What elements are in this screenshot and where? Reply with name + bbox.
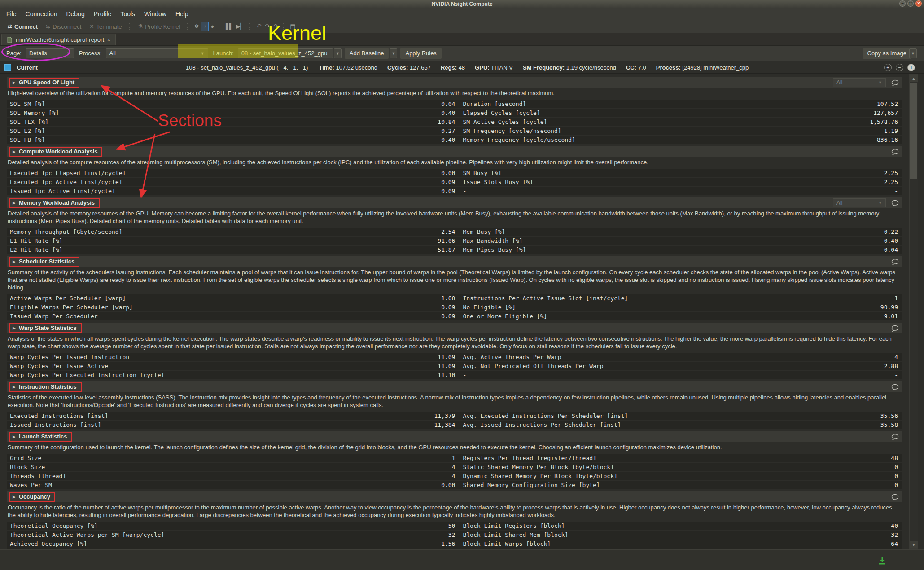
freeze-api-icon[interactable]: ❄ (192, 22, 201, 31)
metric-value: 32 (891, 531, 902, 538)
menu-profile[interactable]: Profile (89, 9, 116, 19)
metric-cell-right: Max Bandwidth [%]0.40 (459, 237, 902, 245)
metric-value: - (894, 188, 902, 194)
menu-window[interactable]: Window (140, 9, 171, 19)
section-header-compute-workload-analysis[interactable]: ▶Compute Workload Analysis (7, 146, 902, 157)
section-header-gpu-speed-of-light[interactable]: ▶GPU Speed Of LightAll▼ (7, 77, 902, 88)
expand-arrow-icon[interactable]: ▶ (13, 259, 16, 264)
table-row: SOL SM [%]0.04Duration [usecond]107.52 (7, 100, 902, 108)
comment-bubble-icon[interactable] (891, 79, 899, 86)
minimize-button[interactable]: – (899, 0, 906, 7)
metric-value: 0.04 (441, 101, 459, 107)
comment-bubble-icon[interactable] (891, 384, 899, 390)
menu-help[interactable]: Help (171, 9, 193, 19)
maximize-button[interactable]: ▢ (907, 0, 914, 7)
table-row: Executed Ipc Active [inst/cycle]0.09Issu… (7, 178, 902, 186)
toolbar: ⇄ Connect ⇆ Disconnect ✕ Terminate ⚗ Pro… (0, 20, 924, 33)
add-baseline-arrow[interactable]: ▼ (390, 48, 397, 58)
break-on-api-error-icon[interactable]: ◕ (209, 22, 216, 31)
metric-value: 0.00 (441, 170, 459, 176)
metric-name: Executed Instructions [inst] (7, 412, 108, 419)
metric-name: Elapsed Cycles [cycle] (459, 110, 540, 116)
metric-value: 48 (891, 455, 902, 461)
metric-value: 0.40 (884, 237, 902, 244)
copy-as-image-button[interactable]: Copy as Image (863, 48, 911, 59)
expand-arrow-icon[interactable]: ▶ (13, 385, 16, 389)
expand-arrow-icon[interactable]: ▶ (13, 495, 16, 499)
metric-value: 11.09 (438, 354, 459, 360)
menu-tools[interactable]: Tools (116, 9, 140, 19)
expand-arrow-icon[interactable]: ▶ (13, 434, 16, 439)
section-header-launch-statistics[interactable]: ▶Launch Statistics (7, 431, 902, 442)
apply-rules-button[interactable]: Apply Rules (400, 48, 441, 59)
section-metrics-table: Active Warps Per Scheduler [warp]1.00Ins… (7, 294, 902, 320)
comment-bubble-icon[interactable] (891, 259, 899, 265)
comment-bubble-icon[interactable] (891, 494, 899, 500)
scroll-up-button[interactable]: ▲ (910, 75, 918, 82)
close-button[interactable]: × (915, 0, 922, 7)
metric-value: 1 (894, 295, 902, 302)
annotation-sections-label: Sections (158, 111, 222, 130)
filter-value: All (836, 200, 842, 206)
copy-as-image-arrow[interactable]: ▼ (909, 48, 917, 58)
section-header-occupancy[interactable]: ▶Occupancy (7, 491, 902, 502)
comment-bubble-icon[interactable] (891, 434, 899, 440)
section-filter-select[interactable]: All▼ (833, 78, 886, 87)
metric-value: 2.88 (884, 363, 902, 369)
auto-profile-icon[interactable]: ◔ (201, 22, 209, 31)
metric-name: Grid Size (7, 455, 41, 461)
section-header-memory-workload-analysis[interactable]: ▶Memory Workload AnalysisAll▼ (7, 197, 902, 208)
report-details-page: ▶GPU Speed Of LightAll▼ High-level overv… (0, 73, 924, 550)
connect-button[interactable]: ⇄ Connect (4, 23, 42, 30)
expand-arrow-icon[interactable]: ▶ (13, 149, 16, 154)
table-row: SOL Memory [%]0.40Elapsed Cycles [cycle]… (7, 109, 902, 117)
section-header-controls (891, 325, 899, 332)
comment-bubble-icon[interactable] (891, 325, 899, 332)
section-description: Summary of the configuration used to lau… (8, 443, 901, 451)
zoom-in-button[interactable]: + (884, 64, 892, 71)
expand-arrow-icon[interactable]: ▶ (13, 326, 16, 330)
tab-close-icon[interactable]: × (107, 37, 110, 43)
metric-value: 0 (894, 464, 902, 470)
table-row: Waves Per SM0.00Shared Memory Configurat… (7, 481, 902, 489)
metric-name: SM Active Cycles [cycle] (459, 118, 547, 125)
scroll-down-button[interactable]: ▼ (910, 541, 918, 548)
launch-select-arrow[interactable]: ▼ (334, 48, 342, 58)
metric-cell-left: Executed Ipc Active [inst/cycle]0.09 (7, 178, 459, 186)
metric-name: Theoretical Active Warps per SM [warp/cy… (7, 531, 164, 538)
metric-value: 11.10 (438, 372, 459, 378)
chevron-down-icon: ▼ (878, 201, 882, 205)
table-row: Grid Size1Registers Per Thread [register… (7, 454, 902, 462)
section-compute-workload-analysis: ▶Compute Workload Analysis Detailed anal… (7, 146, 902, 195)
metric-name: Block Limit Warps [block] (459, 540, 551, 547)
vertical-scrollbar[interactable]: ▲ ▼ (909, 74, 918, 549)
comment-bubble-icon[interactable] (891, 200, 899, 206)
section-scheduler-statistics: ▶Scheduler Statistics Summary of the act… (7, 256, 902, 320)
menu-debug[interactable]: Debug (61, 9, 89, 19)
comment-bubble-icon[interactable] (891, 149, 899, 155)
expand-arrow-icon[interactable]: ▶ (13, 80, 16, 85)
info-button[interactable]: i (907, 64, 915, 71)
zoom-out-button[interactable]: − (896, 64, 903, 71)
step-back-icon[interactable]: ↶ (254, 22, 263, 31)
section-header-scheduler-statistics[interactable]: ▶Scheduler Statistics (7, 256, 902, 267)
section-filter-select[interactable]: All▼ (833, 198, 886, 207)
scrollbar-thumb[interactable] (910, 83, 917, 179)
table-row: Executed Instructions [inst]11,379Avg. E… (7, 412, 902, 420)
menu-connection[interactable]: Connection (21, 9, 62, 19)
metric-value: 11,384 (434, 421, 459, 428)
toolbar-separator (219, 23, 221, 30)
add-baseline-button[interactable]: Add Baseline (345, 48, 389, 59)
section-header-controls: All▼ (833, 198, 899, 207)
menu-file[interactable]: File (2, 9, 21, 19)
metric-value: 90.99 (880, 304, 902, 311)
pause-icon[interactable]: ▌▌ (224, 22, 234, 31)
section-header-instruction-statistics[interactable]: ▶Instruction Statistics (7, 381, 902, 392)
resume-icon[interactable]: ▶▏ (234, 22, 246, 31)
section-metrics-table: Executed Ipc Elapsed [inst/cycle]0.00SM … (7, 169, 902, 195)
section-title: Launch Statistics (19, 433, 67, 440)
metric-cell-left: L1 Hit Rate [%]91.06 (7, 237, 459, 245)
section-title: Compute Workload Analysis (19, 148, 98, 155)
expand-arrow-icon[interactable]: ▶ (13, 201, 16, 205)
section-header-warp-state-statistics[interactable]: ▶Warp State Statistics (7, 323, 902, 333)
